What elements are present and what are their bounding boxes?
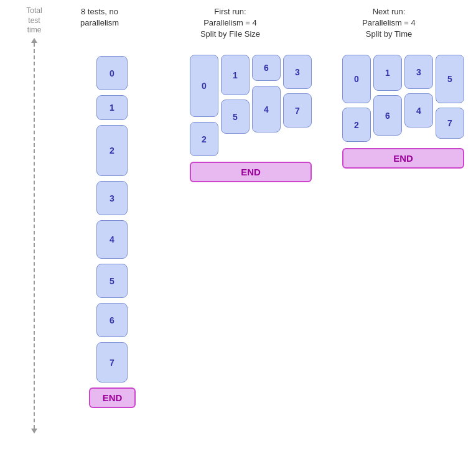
test-box: 3 <box>404 55 433 89</box>
col3-header: Next run:Parallelism = 4Split by Time <box>336 6 442 40</box>
test-box: 1 <box>96 95 128 120</box>
test-box: 4 <box>404 93 433 128</box>
test-box: 4 <box>252 86 281 132</box>
test-box: 0 <box>96 56 128 90</box>
arrow-up-icon <box>31 38 37 43</box>
test-box: 5 <box>436 55 464 103</box>
test-box: 6 <box>96 303 128 337</box>
test-box: 2 <box>190 122 218 156</box>
test-box: 5 <box>221 100 250 134</box>
test-box: 5 <box>96 264 128 298</box>
test-box: 1 <box>221 55 250 95</box>
axis-line <box>31 38 37 434</box>
col2-header: First run:Parallelism = 4Split by File S… <box>177 6 283 40</box>
test-box: 7 <box>96 342 128 383</box>
arrow-down-icon <box>31 429 37 434</box>
col1-header: 8 tests, noparallelism <box>68 6 131 29</box>
test-box: 2 <box>342 108 371 142</box>
test-box: 6 <box>373 95 402 136</box>
dashed-line <box>34 43 35 429</box>
end-box-col3: END <box>342 148 464 169</box>
test-box: 3 <box>283 55 312 89</box>
test-box: 1 <box>373 55 402 91</box>
test-box: 7 <box>436 108 464 139</box>
time-axis: Totaltesttime <box>19 6 50 434</box>
time-axis-label: Totaltesttime <box>19 6 50 35</box>
end-box-col1: END <box>89 387 136 408</box>
end-box-col2: END <box>190 162 312 182</box>
test-box: 3 <box>96 181 128 215</box>
test-box: 4 <box>96 220 128 259</box>
test-box: 7 <box>283 93 312 128</box>
test-box: 0 <box>190 55 218 117</box>
test-box: 0 <box>342 55 371 103</box>
test-box: 6 <box>252 55 281 81</box>
test-box: 2 <box>96 125 128 176</box>
